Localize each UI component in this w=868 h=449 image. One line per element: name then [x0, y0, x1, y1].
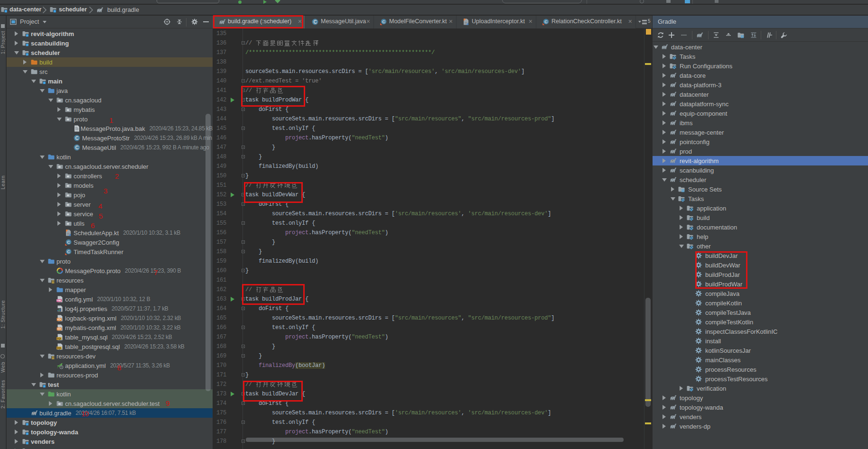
svg-text:C: C — [67, 240, 70, 245]
svg-text:C: C — [382, 19, 385, 24]
svg-text:C: C — [544, 19, 548, 24]
svg-text:C: C — [67, 249, 70, 254]
